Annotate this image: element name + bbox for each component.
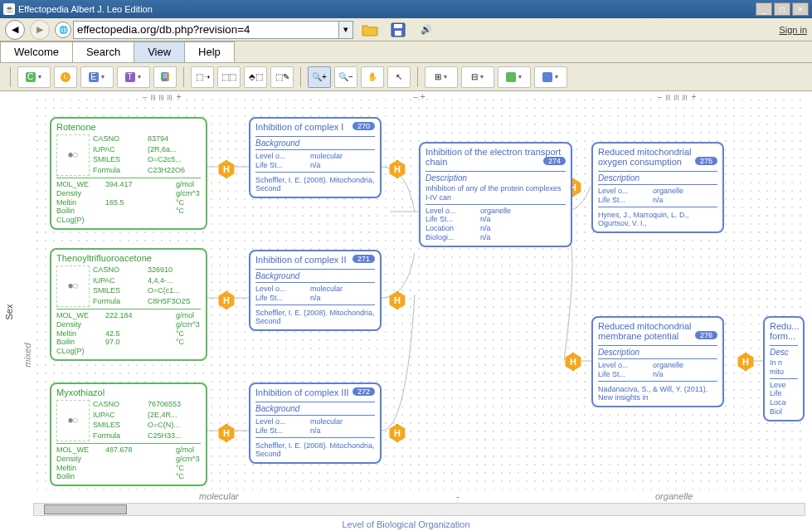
forward-button[interactable]: ▶: [30, 20, 50, 40]
url-input[interactable]: [73, 21, 338, 39]
tool-link1[interactable]: ⬚➝: [191, 66, 214, 88]
tool-link4[interactable]: ⬚✎: [270, 66, 294, 88]
node-chemical-rotenone[interactable]: Rotenone ⬢⬡ CASNO83794 IUPAC(2R,6a... SM…: [50, 117, 207, 230]
x-axis-label: Level of Biological Organization: [342, 519, 469, 529]
scrollbar-thumb[interactable]: [44, 504, 127, 514]
close-button[interactable]: ×: [792, 2, 809, 16]
horizontal-scrollbar[interactable]: [33, 503, 805, 516]
tab-view[interactable]: View: [134, 41, 185, 62]
tool-multi[interactable]: ⠿: [153, 66, 177, 88]
hex-link[interactable]: H: [737, 353, 755, 371]
hex-link[interactable]: H: [564, 353, 582, 371]
node-effect-275[interactable]: Reduced mitochondrial oxygen consumption…: [591, 142, 724, 233]
pointer-button[interactable]: ↖: [387, 66, 411, 88]
x-tick-organelle: organelle: [655, 491, 693, 501]
hex-link[interactable]: H: [388, 424, 406, 442]
structure-icon: ⬢⬡: [56, 134, 90, 176]
layout-button-1[interactable]: ⊞▼: [425, 66, 458, 88]
view-toolbar: C▼ L E▼ T▼ ⠿ ⬚➝ ⬚⬚ ⬘⬚ ⬚✎ 🔍+ 🔍− ✋ ↖ ⊞▼ ⊟▼…: [0, 63, 812, 91]
node-effect-271[interactable]: Inhibition of complex II271 Background L…: [249, 250, 382, 331]
tool-link3[interactable]: ⬘⬚: [244, 66, 267, 88]
node-chemical-myxothiazol[interactable]: Myxothiazol ⬢⬡ CASNO76706553 IUPAC(2E,4R…: [50, 382, 207, 486]
minimize-button[interactable]: _: [756, 2, 772, 16]
maximize-button[interactable]: □: [774, 2, 790, 16]
structure-icon: ⬢⬡: [56, 400, 90, 441]
y-axis-sublabel: mixed: [22, 343, 32, 368]
node-effect-274[interactable]: Inhibition of the electron transport cha…: [419, 142, 572, 247]
hex-link[interactable]: H: [217, 424, 236, 442]
tool-link[interactable]: L: [54, 66, 77, 88]
tool-effect[interactable]: E▼: [80, 66, 114, 88]
svg-rect-1: [394, 24, 402, 28]
save-button[interactable]: [387, 21, 410, 39]
structure-icon: ⬢⬡: [56, 266, 90, 307]
tool-chemical[interactable]: C▼: [17, 66, 51, 88]
node-effect-partial[interactable]: Redu... form... Desc In n mito Leve Life…: [763, 316, 805, 421]
diagram-canvas[interactable]: Rotenone ⬢⬡ CASNO83794 IUPAC(2R,6a... SM…: [33, 95, 805, 490]
hex-link[interactable]: H: [388, 160, 406, 178]
titlebar: ☕ Effectopedia Albert J. Leo Edition _ □…: [0, 0, 812, 18]
tab-welcome[interactable]: Welcome: [0, 41, 73, 62]
layout-button-3[interactable]: ▼: [498, 66, 531, 88]
java-icon: ☕: [3, 3, 15, 15]
url-dropdown[interactable]: ▾: [338, 21, 353, 39]
tab-bar: Welcome Search View Help: [0, 41, 812, 63]
navbar: ◀ ▶ 🌐 ▾ 🔊 Sign in: [0, 18, 812, 41]
open-folder-button[interactable]: [358, 21, 382, 39]
signin-link[interactable]: Sign in: [779, 25, 807, 35]
hex-link[interactable]: H: [217, 291, 236, 309]
hex-link[interactable]: H: [217, 160, 236, 178]
hex-link[interactable]: H: [388, 291, 406, 309]
sound-button[interactable]: 🔊: [415, 21, 438, 39]
globe-icon: 🌐: [55, 22, 71, 38]
workspace: Sex mixed – ⫼⫼⫼ +– +– ⫼⫼⫼ + Rotenone ⬢⬡ …: [0, 91, 812, 531]
node-chemical-ttfa[interactable]: Thenoyltrifluoroacetone ⬢⬡ CASNO326910 I…: [50, 248, 207, 361]
tool-test[interactable]: T▼: [117, 66, 150, 88]
tab-help[interactable]: Help: [184, 41, 235, 62]
node-effect-270[interactable]: Inhibition of complex I270 Background Le…: [249, 117, 382, 198]
zoom-in-button[interactable]: 🔍+: [308, 66, 331, 88]
window-title: Effectopedia Albert J. Leo Edition: [18, 4, 153, 14]
back-button[interactable]: ◀: [5, 20, 25, 40]
zoom-out-button[interactable]: 🔍−: [334, 66, 357, 88]
x-tick-dash: -: [456, 491, 459, 501]
pan-button[interactable]: ✋: [361, 66, 384, 88]
layout-button-4[interactable]: ▼: [534, 66, 567, 88]
node-effect-276[interactable]: Reduced mitochondrial membrane potential…: [591, 316, 724, 407]
x-tick-molecular: molecular: [199, 491, 239, 501]
svg-rect-2: [395, 31, 401, 36]
node-effect-272[interactable]: Inhibition of complex III272 Background …: [249, 382, 382, 464]
y-axis-label: Sex: [4, 304, 14, 319]
tool-link2[interactable]: ⬚⬚: [217, 66, 241, 88]
layout-button-2[interactable]: ⊟▼: [461, 66, 494, 88]
tab-search[interactable]: Search: [72, 41, 134, 62]
